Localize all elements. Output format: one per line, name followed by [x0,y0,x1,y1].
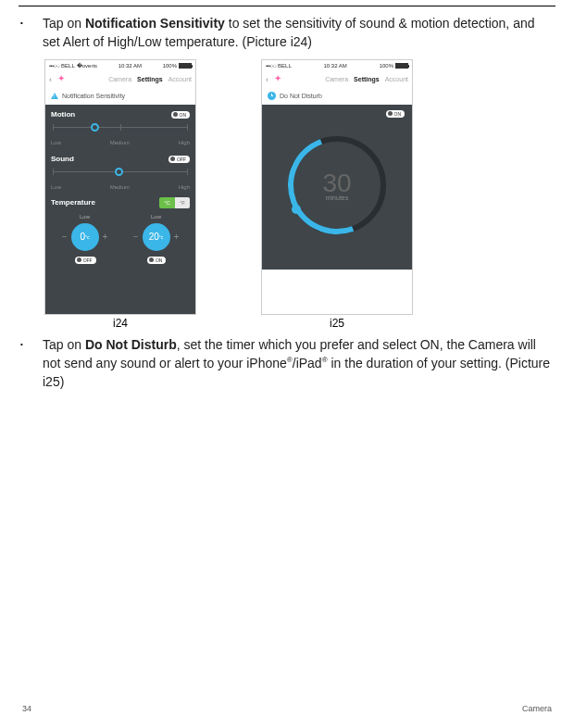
pointer-icon [55,101,62,105]
caption-i25: i25 [330,317,344,330]
clock-icon [268,92,276,100]
status-bar: •••○○BELL 10:32 AM 100% [262,60,412,71]
caption-i24: i24 [113,317,128,330]
temp-high-toggle[interactable]: ON [147,257,167,264]
subhead-i25: Do Not Disturb [262,88,412,105]
tab-camera[interactable]: Camera [325,76,348,82]
bullet-1-text: Tap on Notification Sensitivity to set t… [43,14,555,52]
tab-settings[interactable]: Settings [354,76,380,82]
alert-triangle-icon [51,93,58,99]
plus-icon[interactable]: + [174,232,180,242]
bullet-dot: • [19,335,43,392]
motion-on: ON [180,112,187,118]
tab-account[interactable]: Account [168,76,192,82]
figure-i25: •••○○BELL 10:32 AM 100% ‹ Camera Setting… [261,59,413,330]
top-nav: ‹ Camera Settings Account [45,71,195,88]
b1-bold: Notification Sensitivity [85,16,225,31]
unit-toggle[interactable]: °C °F [159,197,190,208]
bullet-1: • Tap on Notification Sensitivity to set… [19,14,555,52]
status-time: 10:32 AM [324,63,347,69]
motion-labels: LowMediumHigh [51,140,190,149]
top-rule [19,6,555,6]
temperature-section: Temperature °C °F LowLow − 0°c + [45,194,195,264]
carrier: BELL [61,63,75,69]
subhead-text: Notification Sensitivity [62,93,125,99]
temp-low-toggle[interactable]: OFF [75,257,96,264]
b2-mid: /iPad [293,356,322,370]
subhead-text: Do Not Disturb [280,93,322,99]
sound-off: OFF [177,157,186,162]
batt-pct: 100% [380,63,393,69]
tab-account[interactable]: Account [385,76,408,82]
carrier: BELL [278,63,292,69]
minus-icon[interactable]: − [133,232,139,242]
motion-section: Motion ON LowMediumHigh [45,105,195,149]
status-time: 10:32 AM [119,63,142,69]
bottom-blank [262,270,412,314]
motion-slider[interactable] [53,121,188,140]
dnd-on: ON [394,111,402,117]
dnd-body: ON 30 minutes [262,105,412,271]
bullet-dot: • [19,14,43,52]
minus-icon[interactable]: − [62,232,68,242]
status-left: •••○○BELL [266,63,292,69]
sound-labels: LowMediumHigh [51,184,190,194]
batt-pct: 100% [163,63,177,69]
signal-icon: •••○○ [266,63,276,69]
tab-settings[interactable]: Settings [137,76,163,82]
sound-section: Sound OFF LowMediumHigh [45,149,195,194]
timer-text: 30 minutes [288,136,386,234]
back-chevron-icon[interactable]: ‹ [266,75,268,84]
plus-icon[interactable]: + [103,232,108,242]
wifi-icon: �overts [77,62,97,69]
temp-high-dial[interactable]: 20°c [143,223,170,251]
status-bar: •••○○BELL�overts 10:32 AM 100% [45,60,195,71]
status-right: 100% [380,63,408,69]
toggle-dot-icon [149,257,154,262]
toggle-dot-icon [170,157,175,161]
unit-c[interactable]: °C [159,197,175,208]
page-number: 34 [22,704,31,713]
phone-i25: •••○○BELL 10:32 AM 100% ‹ Camera Setting… [261,59,413,315]
app-logo-icon [274,75,283,84]
bullet-2-text: Tap on Do Not Disturb, set the timer whi… [43,335,555,392]
section-name: Camera [522,704,552,713]
temp-dials: − 0°c + − 20°c + [49,223,192,251]
temp-toggles: OFF ON [49,257,192,264]
phone-i24: •••○○BELL�overts 10:32 AM 100% ‹ Camera … [44,59,196,315]
status-left: •••○○BELL�overts [49,62,97,69]
settings-body: Motion ON LowMediumHigh Sound [45,105,195,315]
motion-title: Motion [51,110,75,119]
toggle-dot-icon [77,257,81,262]
subhead-i24: Notification Sensitivity [45,88,195,105]
toggle-dot-icon [388,111,393,116]
b1-pre: Tap on [43,16,85,31]
signal-icon: •••○○ [49,63,59,69]
bullet-2: • Tap on Do Not Disturb, set the timer w… [19,335,555,392]
temp-low-dial[interactable]: 0°c [71,223,99,251]
back-chevron-icon[interactable]: ‹ [49,75,52,84]
app-logo-icon [57,75,67,84]
battery-icon [395,63,408,69]
sound-slider[interactable] [53,166,188,184]
toggle-dot-icon [173,112,178,117]
battery-icon [179,63,192,69]
top-nav: ‹ Camera Settings Account [262,71,412,88]
tab-camera[interactable]: Camera [108,76,131,82]
status-right: 100% [163,63,192,69]
page-footer: 34 Camera [0,704,574,713]
pointer-icon [271,101,279,105]
motion-toggle[interactable]: ON [171,111,191,119]
dnd-toggle[interactable]: ON [386,110,406,118]
figure-i24: •••○○BELL�overts 10:32 AM 100% ‹ Camera … [44,59,196,330]
b2-bold: Do Not Disturb [85,337,177,352]
temp-title: Temperature [51,198,95,207]
figures-row: •••○○BELL�overts 10:32 AM 100% ‹ Camera … [44,59,555,330]
timer-unit: minutes [326,195,349,201]
sound-title: Sound [51,155,74,163]
b2-pre: Tap on [43,337,85,352]
timer-dial[interactable]: 30 minutes [288,136,386,234]
temp-sub-labels: LowLow [49,214,192,220]
sound-toggle[interactable]: OFF [168,156,190,163]
unit-f[interactable]: °F [175,197,190,208]
